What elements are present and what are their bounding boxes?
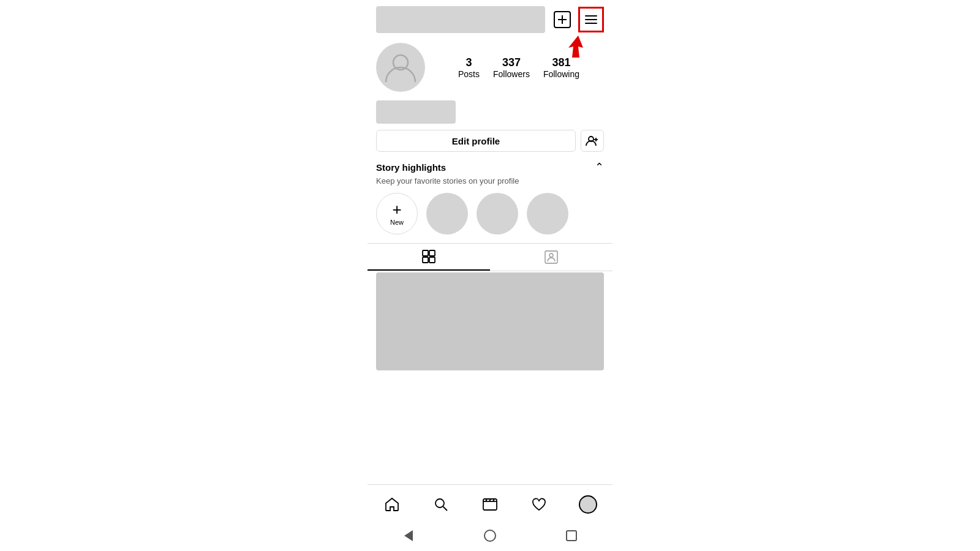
profile-section: 3 Posts 337 Followers 381 Following — [368, 39, 612, 98]
display-name-placeholder — [376, 100, 456, 124]
search-nav-button[interactable] — [428, 491, 454, 518]
posts-count: 3 — [466, 56, 472, 69]
bottom-nav — [368, 484, 612, 522]
story-highlights-section: Story highlights ⌃ Keep your favorite st… — [368, 160, 612, 241]
highlights-subtitle: Keep your favorite stories on your profi… — [376, 176, 604, 186]
highlight-item-2[interactable] — [477, 193, 518, 234]
content-placeholder — [376, 272, 604, 370]
posts-label: Posts — [458, 69, 480, 79]
following-label: Following — [543, 69, 579, 79]
profile-nav-circle — [579, 495, 597, 514]
username-placeholder — [376, 6, 545, 33]
followers-stat[interactable]: 337 Followers — [493, 56, 530, 79]
svg-rect-9 — [429, 250, 435, 256]
tab-grid[interactable] — [368, 244, 490, 271]
menu-button[interactable] — [578, 7, 604, 32]
plus-icon: + — [392, 201, 401, 217]
new-label: New — [390, 219, 404, 226]
svg-line-15 — [443, 507, 448, 511]
svg-point-13 — [549, 253, 553, 257]
tab-tagged[interactable] — [490, 244, 612, 271]
svg-rect-11 — [429, 257, 435, 263]
highlight-item-3[interactable] — [527, 193, 568, 234]
followers-count: 337 — [502, 56, 521, 69]
heart-nav-button[interactable] — [526, 491, 552, 518]
highlights-header: Story highlights ⌃ — [376, 160, 604, 174]
home-nav-button[interactable] — [379, 491, 405, 518]
edit-profile-button[interactable]: Edit profile — [376, 130, 576, 152]
top-icons — [550, 7, 604, 32]
highlight-item-1[interactable] — [426, 193, 468, 234]
home-icon — [484, 530, 496, 542]
add-post-button[interactable] — [550, 7, 575, 32]
reels-nav-button[interactable] — [477, 491, 503, 518]
highlights-circles: + New — [376, 193, 604, 234]
posts-stat[interactable]: 3 Posts — [458, 56, 480, 79]
add-person-button[interactable] — [581, 130, 604, 152]
phone-container: 3 Posts 337 Followers 381 Following Edit… — [368, 0, 612, 551]
stats-row: 3 Posts 337 Followers 381 Following — [434, 56, 604, 79]
new-highlight-button[interactable]: + New — [376, 193, 418, 234]
action-row: Edit profile — [368, 130, 612, 160]
back-icon — [404, 530, 413, 541]
svg-rect-8 — [423, 250, 428, 256]
svg-rect-10 — [423, 257, 428, 263]
back-button[interactable] — [395, 527, 422, 545]
highlights-collapse-icon[interactable]: ⌃ — [595, 160, 604, 174]
home-button[interactable] — [477, 527, 503, 545]
recents-button[interactable] — [558, 527, 585, 545]
following-stat[interactable]: 381 Following — [543, 56, 579, 79]
android-nav-bar — [368, 522, 612, 551]
svg-point-14 — [435, 499, 444, 508]
recents-icon — [566, 530, 577, 541]
tab-bar — [368, 243, 612, 271]
top-bar — [368, 0, 612, 39]
profile-nav-button[interactable] — [575, 491, 601, 518]
following-count: 381 — [552, 56, 570, 69]
hamburger-icon — [585, 15, 597, 24]
avatar — [376, 43, 425, 92]
highlights-title: Story highlights — [376, 162, 446, 173]
content-area — [368, 271, 612, 484]
followers-label: Followers — [493, 69, 530, 79]
